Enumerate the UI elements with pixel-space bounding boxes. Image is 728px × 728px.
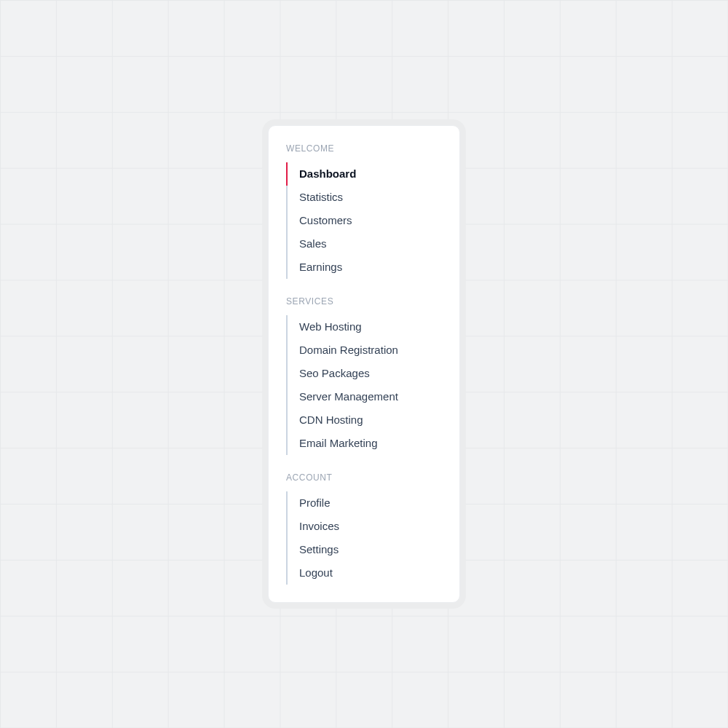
sidebar-nav: Welcome Dashboard Statistics Customers S… [268,125,460,603]
sidebar-item-logout[interactable]: Logout [286,561,448,585]
menu-account: Profile Invoices Settings Logout [286,491,448,585]
sidebar-section-account: Account Profile Invoices Settings Logout [286,472,448,585]
sidebar-item-profile[interactable]: Profile [286,491,448,515]
sidebar-item-web-hosting[interactable]: Web Hosting [286,315,448,339]
sidebar-section-welcome: Welcome Dashboard Statistics Customers S… [286,143,448,279]
sidebar-item-dashboard[interactable]: Dashboard [286,162,448,186]
sidebar-item-cdn-hosting[interactable]: CDN Hosting [286,408,448,432]
section-header-welcome: Welcome [286,143,448,154]
section-header-account: Account [286,472,448,483]
sidebar-item-domain-registration[interactable]: Domain Registration [286,339,448,362]
sidebar-item-sales[interactable]: Sales [286,232,448,256]
sidebar-item-settings[interactable]: Settings [286,538,448,561]
menu-services: Web Hosting Domain Registration Seo Pack… [286,315,448,455]
sidebar-item-customers[interactable]: Customers [286,209,448,232]
sidebar-section-services: Services Web Hosting Domain Registration… [286,296,448,455]
sidebar-item-earnings[interactable]: Earnings [286,256,448,279]
sidebar-item-server-management[interactable]: Server Management [286,385,448,408]
section-header-services: Services [286,296,448,306]
sidebar-item-statistics[interactable]: Statistics [286,186,448,209]
menu-welcome: Dashboard Statistics Customers Sales Ear… [286,162,448,279]
sidebar-item-invoices[interactable]: Invoices [286,515,448,538]
sidebar-item-seo-packages[interactable]: Seo Packages [286,362,448,385]
sidebar-item-email-marketing[interactable]: Email Marketing [286,432,448,455]
